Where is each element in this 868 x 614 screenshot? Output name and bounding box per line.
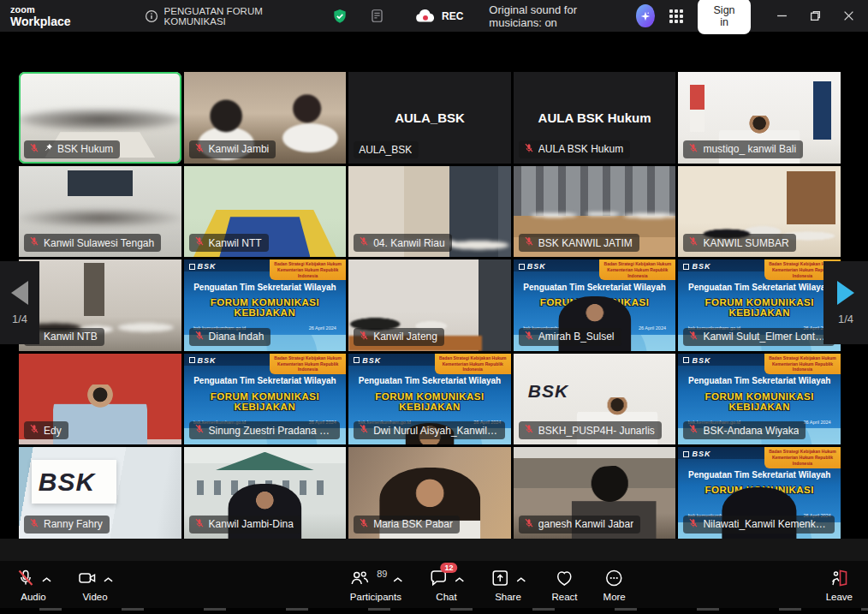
share-screen-icon — [490, 568, 511, 592]
audio-label: Audio — [21, 592, 45, 602]
info-icon[interactable] — [145, 9, 158, 23]
participant-name: Sinung Zuestri Pradana - B... — [209, 425, 333, 437]
video-tile[interactable]: ganesh Kanwil Jabar — [514, 447, 676, 539]
video-tile[interactable]: BSK Hukum — [19, 72, 181, 164]
transcript-icon[interactable] — [369, 8, 385, 24]
video-tile[interactable]: BSKBadan Strategi Kebijakan HukumKemente… — [348, 354, 511, 445]
mic-muted-icon — [359, 331, 369, 343]
more-label: More — [603, 592, 626, 602]
video-options-caret[interactable] — [104, 571, 113, 587]
logo-line1: zoom — [10, 5, 71, 15]
video-tile[interactable]: Kanwil NTT — [184, 166, 347, 258]
participant-name-label: BSK-Andana Wiyaka — [683, 421, 806, 439]
rec-label: REC — [442, 10, 463, 22]
participant-name-label: Amirah B_Sulsel — [519, 328, 621, 346]
participant-name-label: Sinung Zuestri Pradana - B... — [189, 421, 340, 439]
video-tile[interactable]: BSKBadan Strategi Kebijakan HukumKemente… — [678, 354, 841, 445]
participants-button[interactable]: 89 Participants — [348, 568, 402, 602]
video-tile[interactable]: Kanwil Sulawesi Tengah — [19, 166, 181, 258]
video-tile[interactable]: mustiqo_ kanwil Bali — [678, 72, 841, 164]
participant-name: BSK KANWIL JATIM — [538, 237, 633, 249]
ai-companion-icon[interactable] — [636, 4, 656, 27]
meeting-toolbar: Audio Video — [0, 561, 868, 608]
participant-name-label: Dwi Nurul Aisyah_Kanwil Su... — [354, 421, 504, 439]
video-tile[interactable]: BSK KANWIL JATIM — [514, 166, 676, 258]
participant-name: Kanwil NTT — [209, 237, 262, 249]
participant-name: Kanwil Jateng — [373, 331, 437, 343]
video-tile[interactable]: BSKBadan Strategi Kebijakan HukumKemente… — [678, 447, 841, 539]
bsk-logo: BSK — [519, 262, 546, 271]
video-tile[interactable]: Kanwil NTB — [19, 259, 181, 351]
video-tile[interactable]: KANWIL SUMBAR — [678, 166, 841, 258]
mic-muted-icon — [29, 518, 39, 531]
participant-name: Kanwil Jambi — [209, 143, 270, 155]
apps-grid-icon[interactable] — [669, 9, 684, 24]
banner-ribbon: Badan Strategi Kebijakan HukumKementeria… — [270, 259, 346, 280]
mic-muted-icon — [688, 518, 699, 531]
participant-name-label: Kanwil Jambi — [189, 140, 276, 158]
banner-subtitle: FORUM KOMUNIKASI KEBIJAKAN — [678, 391, 841, 412]
video-tile[interactable]: BSKBadan Strategi Kebijakan HukumKemente… — [514, 259, 676, 351]
participant-name-label: AULA BSK Hukum — [519, 140, 630, 158]
mic-muted-icon — [29, 143, 39, 156]
video-tile[interactable]: AULA_BSKAULA_BSK — [348, 72, 511, 164]
video-tile[interactable]: BSKBadan Strategi Kebijakan HukumKemente… — [184, 354, 347, 445]
banner-ribbon: Badan Strategi Kebijakan HukumKementeria… — [599, 259, 675, 280]
page-indicator: 1/4 — [12, 313, 27, 325]
leave-label: Leave — [826, 592, 853, 602]
video-tile[interactable]: Kanwil Jateng — [348, 259, 511, 351]
video-button[interactable]: Video — [77, 568, 113, 602]
video-tile[interactable]: AULA BSK HukumAULA BSK Hukum — [514, 72, 676, 164]
banner-ribbon: Badan Strategi Kebijakan HukumKementeria… — [435, 354, 511, 374]
recording-cloud-icon — [414, 8, 437, 25]
minimize-icon[interactable] — [776, 10, 788, 21]
video-tile[interactable]: Kanwil Jambi — [184, 72, 347, 164]
participant-name: AULA_BSK — [359, 144, 412, 156]
mic-muted-icon — [194, 236, 205, 249]
next-page-button[interactable]: 1/4 — [823, 261, 868, 344]
video-tile[interactable]: Maria BSK Pabar — [348, 447, 511, 539]
leave-button[interactable]: Leave — [826, 568, 853, 602]
chat-caret[interactable] — [455, 571, 465, 587]
recording-indicator[interactable]: REC — [414, 8, 463, 25]
more-button[interactable]: More — [603, 568, 626, 602]
chat-button[interactable]: 12 Chat — [429, 568, 465, 602]
banner-subtitle: FORUM KOMUNIKASI KEBIJAKAN — [184, 297, 347, 318]
meeting-info[interactable]: PENGUATAN FORUM KOMUNIKASI — [145, 6, 297, 27]
participants-label: Participants — [350, 592, 401, 602]
participant-name-label: ganesh Kanwil Jabar — [519, 516, 640, 534]
share-caret[interactable] — [517, 571, 526, 587]
video-tile[interactable]: BSKBadan Strategi Kebijakan HukumKemente… — [184, 259, 347, 351]
participant-name-label: 04. Kanwil Riau — [354, 234, 451, 252]
mic-muted-icon — [688, 143, 699, 156]
audio-button[interactable]: Audio — [15, 568, 51, 602]
meeting-title: PENGUATAN FORUM KOMUNIKASI — [164, 6, 297, 27]
participant-name: Amirah B_Sulsel — [538, 331, 615, 343]
restore-icon[interactable] — [810, 10, 821, 21]
video-tile[interactable]: BSKBadan Strategi Kebijakan HukumKemente… — [678, 259, 841, 351]
original-sound-status[interactable]: Original sound for musicians: on — [489, 3, 621, 29]
participants-caret[interactable] — [394, 571, 403, 587]
video-gallery: BSK HukumKanwil JambiAULA_BSKAULA_BSKAUL… — [19, 72, 841, 539]
encryption-shield-icon[interactable] — [331, 8, 348, 25]
camera-icon — [77, 568, 98, 592]
participants-icon — [348, 568, 371, 592]
video-tile[interactable]: BSKRanny Fahry — [19, 447, 181, 539]
bsk-logo: BSK — [528, 381, 568, 402]
pin-icon — [44, 143, 53, 155]
toolbar-center-group: 89 Participants 12 Chat — [348, 568, 626, 602]
audio-options-caret[interactable] — [42, 571, 51, 587]
video-tile[interactable]: BSKBSKH_PUSP4H- Junarlis — [514, 354, 676, 445]
video-tile[interactable]: Edy — [19, 354, 181, 445]
share-button[interactable]: Share — [490, 568, 526, 602]
sign-in-button[interactable]: Sign in — [698, 0, 751, 34]
video-tile[interactable]: 04. Kanwil Riau — [348, 166, 511, 258]
previous-page-button[interactable]: 1/4 — [0, 261, 39, 344]
close-icon[interactable] — [843, 10, 854, 21]
video-tile[interactable]: Kanwil Jambi-Dina — [184, 447, 347, 539]
participant-name-label: Kanwil Sulawesi Tengah — [24, 234, 161, 252]
participant-name-label: Nilawati_Kanwil Kemenkum... — [683, 516, 834, 534]
mic-muted-icon — [524, 331, 534, 343]
react-button[interactable]: React — [552, 568, 578, 602]
participant-name-label: Kanwil Jambi-Dina — [189, 516, 300, 534]
